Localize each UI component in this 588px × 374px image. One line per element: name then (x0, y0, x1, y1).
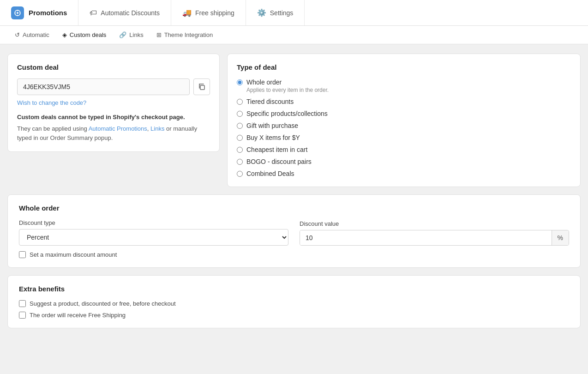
warning-text: Custom deals cannot be typed in Shopify'… (17, 114, 210, 121)
extra-benefits-title: Extra benefits (19, 285, 569, 293)
theme-icon: ⊞ (156, 31, 162, 38)
nav-item-settings[interactable]: ⚙️ Settings (246, 0, 305, 25)
discount-value-input[interactable] (300, 230, 552, 245)
description-part1: They can be applied using (17, 125, 89, 132)
max-discount-label: Set a maximum discount amount (30, 251, 117, 258)
type-of-deal-title: Type of deal (237, 63, 571, 71)
radio-specific-products-label: Specific products/collections (246, 110, 328, 117)
secondary-nav-item-automatic[interactable]: ↺ Automatic (9, 29, 55, 41)
radio-group: Whole order Applies to every item in the… (237, 78, 571, 177)
radio-combined-deals-input[interactable] (237, 171, 243, 177)
radio-whole-order-label: Whole order (246, 78, 329, 86)
secondary-nav-item-theme-integration[interactable]: ⊞ Theme Integration (151, 29, 219, 41)
radio-gift-with-purchase[interactable]: Gift with purchase (237, 122, 571, 129)
gear-icon: ⚙️ (257, 8, 266, 17)
tag-icon: 🏷 (90, 9, 97, 17)
links-icon: 🔗 (119, 31, 126, 38)
extra-benefits-item-free-shipping[interactable]: The order will receive Free Shipping (19, 312, 569, 319)
nav-label-free-shipping: Free shipping (195, 9, 234, 17)
discount-row: Discount type Percent Fixed amount Free … (19, 219, 569, 246)
discount-value-group: Discount value % (300, 220, 569, 246)
secondary-nav: ↺ Automatic ◈ Custom deals 🔗 Links ⊞ The… (0, 26, 588, 44)
radio-specific-products[interactable]: Specific products/collections (237, 110, 571, 117)
top-nav: Promotions 🏷 Automatic Discounts 🚚 Free … (0, 0, 588, 26)
brand-label: Promotions (29, 9, 67, 17)
extra-benefits-item-suggest[interactable]: Suggest a product, discounted or free, b… (19, 300, 569, 307)
whole-order-title: Whole order (19, 204, 569, 212)
copy-icon (198, 83, 205, 90)
whole-order-section: Whole order Discount type Percent Fixed … (7, 194, 581, 268)
links-link[interactable]: Links (150, 125, 164, 132)
secondary-nav-label-automatic: Automatic (23, 31, 49, 38)
discount-type-select[interactable]: Percent Fixed amount Free (19, 229, 288, 246)
radio-tiered-discounts-label: Tiered discounts (246, 98, 294, 105)
radio-whole-order-sublabel: Applies to every item in the order. (246, 87, 329, 93)
radio-gift-with-purchase-input[interactable] (237, 123, 243, 129)
radio-combined-deals-label: Combined Deals (246, 170, 294, 177)
suggest-product-label: Suggest a product, discounted or free, b… (30, 300, 176, 307)
description-sep: , (147, 125, 150, 132)
svg-rect-6 (200, 85, 204, 90)
secondary-nav-label-custom-deals: Custom deals (70, 31, 106, 38)
discount-type-group: Discount type Percent Fixed amount Free (19, 219, 288, 246)
radio-buy-x-items-label: Buy X items for $Y (246, 134, 300, 141)
radio-bogo-input[interactable] (237, 159, 243, 165)
discount-value-input-row: % (300, 230, 569, 246)
automatic-promotions-link[interactable]: Automatic Promotions (89, 125, 147, 132)
brand-icon (11, 6, 24, 19)
radio-tiered-discounts[interactable]: Tiered discounts (237, 98, 571, 105)
secondary-nav-item-custom-deals[interactable]: ◈ Custom deals (57, 29, 112, 41)
radio-gift-with-purchase-label: Gift with purchase (246, 122, 298, 129)
nav-label-settings: Settings (270, 9, 294, 17)
automatic-icon: ↺ (15, 31, 20, 38)
radio-tiered-discounts-input[interactable] (237, 99, 243, 105)
secondary-nav-item-links[interactable]: 🔗 Links (114, 29, 149, 41)
extra-benefits-section: Extra benefits Suggest a product, discou… (7, 275, 581, 328)
code-input[interactable] (17, 78, 190, 95)
free-shipping-label: The order will receive Free Shipping (30, 312, 126, 319)
nav-item-automatic-discounts[interactable]: 🏷 Automatic Discounts (78, 0, 171, 25)
description-text: They can be applied using Automatic Prom… (17, 124, 210, 142)
max-discount-checkbox-item[interactable]: Set a maximum discount amount (19, 251, 569, 258)
radio-cheapest-item[interactable]: Cheapest item in cart (237, 146, 571, 153)
secondary-nav-label-theme-integration: Theme Integration (164, 31, 213, 38)
secondary-nav-label-links: Links (129, 31, 143, 38)
truck-icon: 🚚 (182, 8, 192, 17)
nav-label-automatic-discounts: Automatic Discounts (101, 9, 160, 17)
brand-nav-item[interactable]: Promotions (7, 0, 78, 25)
radio-bogo[interactable]: BOGO - discount pairs (237, 158, 571, 165)
copy-button[interactable] (193, 78, 210, 95)
type-of-deal-card: Type of deal Whole order Applies to ever… (227, 54, 581, 187)
radio-whole-order-input[interactable] (237, 79, 243, 85)
code-input-row (17, 78, 210, 95)
discount-value-suffix: % (552, 230, 569, 245)
extra-benefits-list: Suggest a product, discounted or free, b… (19, 300, 569, 319)
wish-change-link[interactable]: Wish to change the code? (17, 99, 86, 106)
radio-whole-order[interactable]: Whole order Applies to every item in the… (237, 78, 571, 93)
radio-buy-x-items-input[interactable] (237, 135, 243, 141)
custom-deals-icon: ◈ (62, 31, 67, 38)
main-content: Custom deal Wish to change the code? Cus… (0, 44, 588, 338)
discount-value-label: Discount value (300, 220, 569, 227)
max-discount-checkbox[interactable] (19, 251, 26, 258)
suggest-product-checkbox[interactable] (19, 300, 26, 307)
radio-cheapest-item-label: Cheapest item in cart (246, 146, 307, 153)
discount-type-label: Discount type (19, 219, 288, 226)
nav-item-free-shipping[interactable]: 🚚 Free shipping (171, 0, 246, 25)
radio-buy-x-items[interactable]: Buy X items for $Y (237, 134, 571, 141)
radio-combined-deals[interactable]: Combined Deals (237, 170, 571, 177)
custom-deal-card: Custom deal Wish to change the code? Cus… (7, 54, 220, 152)
svg-point-1 (17, 12, 18, 14)
top-row: Custom deal Wish to change the code? Cus… (7, 54, 581, 187)
free-shipping-checkbox[interactable] (19, 312, 26, 319)
radio-bogo-label: BOGO - discount pairs (246, 158, 312, 165)
custom-deal-title: Custom deal (17, 63, 210, 71)
radio-cheapest-item-input[interactable] (237, 147, 243, 153)
radio-specific-products-input[interactable] (237, 111, 243, 117)
